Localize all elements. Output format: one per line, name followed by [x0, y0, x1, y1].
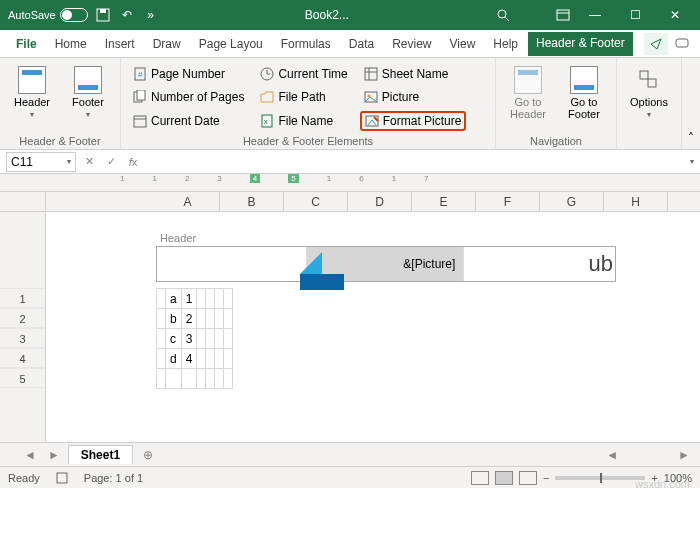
column-header[interactable]: C — [284, 192, 348, 211]
group-elements: #Page Number Number of Pages Current Dat… — [121, 58, 496, 149]
sheet-tab[interactable]: Sheet1 — [68, 445, 133, 464]
new-sheet-button[interactable]: ⊕ — [137, 448, 159, 462]
number-of-pages-button[interactable]: Number of Pages — [129, 88, 248, 106]
tab-file[interactable]: File — [8, 33, 45, 55]
fx-icon[interactable]: fx — [124, 156, 142, 168]
expand-formula-icon[interactable]: ▾ — [690, 157, 694, 166]
zoom-slider[interactable] — [555, 476, 645, 480]
file-path-button[interactable]: File Path — [256, 88, 351, 106]
tab-home[interactable]: Home — [47, 33, 95, 55]
tab-draw[interactable]: Draw — [145, 33, 189, 55]
enter-icon[interactable]: ✓ — [102, 155, 120, 168]
collapse-ribbon-button[interactable]: ˄ — [682, 58, 700, 149]
pagelayout-view-button[interactable] — [495, 471, 513, 485]
excel-file-icon: x — [260, 114, 274, 128]
tab-insert[interactable]: Insert — [97, 33, 143, 55]
options-button[interactable]: Options ▾ — [625, 62, 673, 133]
row-header[interactable]: 4 — [0, 348, 45, 368]
normal-view-button[interactable] — [471, 471, 489, 485]
more-icon[interactable]: » — [142, 6, 160, 24]
column-header[interactable]: D — [348, 192, 412, 211]
cell-grid[interactable]: a1 b2 c3 d4 — [156, 288, 233, 389]
tab-pagelayout[interactable]: Page Layou — [191, 33, 271, 55]
row-headers: 1 2 3 4 5 — [0, 212, 46, 442]
close-button[interactable]: ✕ — [658, 8, 692, 22]
page-number-icon: # — [133, 67, 147, 81]
header-left-section[interactable] — [157, 247, 307, 281]
select-all-corner[interactable] — [0, 192, 46, 211]
name-box[interactable]: C11▾ — [6, 152, 76, 172]
tab-formulas[interactable]: Formulas — [273, 33, 339, 55]
tab-review[interactable]: Review — [384, 33, 439, 55]
row-header[interactable]: 1 — [0, 288, 45, 308]
picture-button[interactable]: Picture — [360, 88, 467, 106]
autosave-toggle[interactable]: AutoSave — [8, 8, 88, 22]
footer-button[interactable]: Footer ▾ — [64, 62, 112, 133]
column-header[interactable]: B — [220, 192, 284, 211]
prev-sheet-icon[interactable]: ◄ — [20, 448, 40, 462]
pagebreak-view-button[interactable] — [519, 471, 537, 485]
minimize-button[interactable]: — — [578, 8, 612, 22]
comments-icon[interactable] — [670, 33, 694, 55]
scroll-left-icon[interactable]: ◄ — [606, 448, 618, 462]
tab-data[interactable]: Data — [341, 33, 382, 55]
current-date-button[interactable]: Current Date — [129, 112, 248, 130]
column-header[interactable]: A — [156, 192, 220, 211]
cancel-icon[interactable]: ✕ — [80, 155, 98, 168]
header-right-section[interactable]: ub — [464, 247, 615, 281]
goto-header-icon — [514, 66, 542, 94]
page-number-button[interactable]: #Page Number — [129, 65, 248, 83]
status-page: Page: 1 of 1 — [84, 472, 143, 484]
tab-header-footer[interactable]: Header & Footer — [528, 32, 633, 56]
scroll-right-icon[interactable]: ► — [678, 448, 690, 462]
share-icon[interactable] — [644, 33, 668, 55]
page-header-area[interactable]: Header &[Picture] ub — [156, 230, 616, 282]
footer-button-label: Footer — [72, 96, 104, 108]
chevron-down-icon[interactable]: ▾ — [67, 157, 71, 166]
save-icon[interactable] — [94, 6, 112, 24]
column-header[interactable]: G — [540, 192, 604, 211]
accessibility-icon[interactable] — [56, 472, 68, 484]
goto-footer-button[interactable]: Go to Footer — [560, 62, 608, 133]
group-header-footer: Header ▾ Footer ▾ Header & Footer — [0, 58, 121, 149]
current-time-button[interactable]: Current Time — [256, 65, 351, 83]
svg-rect-10 — [137, 90, 145, 100]
row-header[interactable]: 2 — [0, 308, 45, 328]
folder-icon — [260, 90, 274, 104]
column-header[interactable]: F — [476, 192, 540, 211]
tab-help[interactable]: Help — [485, 33, 526, 55]
svg-rect-4 — [557, 10, 569, 20]
sheet-icon — [364, 67, 378, 81]
calendar-icon — [133, 114, 147, 128]
goto-footer-icon — [570, 66, 598, 94]
next-sheet-icon[interactable]: ► — [44, 448, 64, 462]
column-header[interactable]: E — [412, 192, 476, 211]
pages-icon — [133, 90, 147, 104]
undo-icon[interactable]: ↶ — [118, 6, 136, 24]
svg-rect-1 — [100, 9, 106, 13]
maximize-button[interactable]: ☐ — [618, 8, 652, 22]
group-navigation: Go to Header Go to Footer Navigation — [496, 58, 617, 149]
sheet-name-button[interactable]: Sheet Name — [360, 65, 467, 83]
row-header[interactable]: 3 — [0, 328, 45, 348]
svg-text:x: x — [264, 118, 268, 125]
header-button[interactable]: Header ▾ — [8, 62, 56, 133]
worksheet[interactable]: 1 2 3 4 5 Header &[Picture] ub a1 b2 c3 … — [0, 212, 700, 442]
format-picture-button[interactable]: Format Picture — [360, 111, 467, 131]
ribbon-display-icon[interactable] — [554, 6, 572, 24]
svg-text:#: # — [138, 70, 143, 79]
group-label: Header & Footer Elements — [129, 133, 487, 147]
search-icon[interactable] — [494, 6, 512, 24]
status-ready: Ready — [8, 472, 40, 484]
clock-icon — [260, 67, 274, 81]
zoom-out-button[interactable]: − — [543, 472, 549, 484]
autosave-label: AutoSave — [8, 9, 56, 21]
row-header[interactable]: 5 — [0, 368, 45, 388]
options-label: Options — [630, 96, 668, 108]
toggle-off-icon[interactable] — [60, 8, 88, 22]
formula-input[interactable] — [146, 152, 686, 172]
tab-view[interactable]: View — [442, 33, 484, 55]
group-label: Header & Footer — [8, 133, 112, 147]
file-name-button[interactable]: xFile Name — [256, 112, 351, 130]
column-header[interactable]: H — [604, 192, 668, 211]
